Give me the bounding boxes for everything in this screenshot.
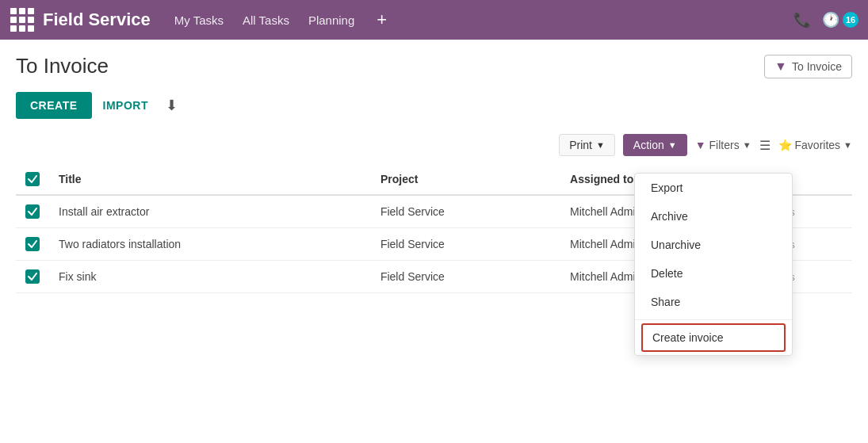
action-arrow-icon: ▼ [668,140,677,150]
row-check-2[interactable] [16,228,49,261]
dropdown-archive[interactable]: Archive [635,202,792,231]
select-all-header[interactable] [16,164,49,195]
group-icon[interactable]: ☰ [759,138,770,153]
top-navigation: Field Service My Tasks All Tasks Plannin… [0,0,868,40]
phone-icon[interactable]: 📞 [793,11,811,29]
notification-badge[interactable]: 16 [843,12,858,28]
page-content: To Invoice ▼ To Invoice CREATE IMPORT ⬇ … [0,40,868,443]
dropdown-share[interactable]: Share [635,288,792,316]
row-title-3[interactable]: Fix sink [49,261,371,293]
funnel-icon: ▼ [774,59,787,74]
star-icon: ⭐ [778,139,792,151]
action-button[interactable]: Action ▼ [623,134,687,156]
print-button[interactable]: Print ▼ [559,134,615,156]
row-project-1: Field Service [371,195,560,228]
dropdown-separator [635,319,792,320]
header-checkbox[interactable] [25,172,40,186]
filters-button[interactable]: ▼ Filters ▼ [695,139,751,151]
nav-right: 📞 🕐 16 [793,11,858,29]
favorites-label: Favorites [795,139,841,151]
page-title-row: To Invoice ▼ To Invoice [16,54,852,78]
download-button[interactable]: ⬇ [159,90,184,121]
action-label: Action [633,139,664,151]
row-title-2[interactable]: Two radiators installation [49,228,371,261]
download-icon: ⬇ [166,97,178,113]
row-check-1[interactable] [16,195,49,228]
filter-badge-label: To Invoice [792,60,842,73]
filters-arrow-icon: ▼ [743,140,751,150]
action-row: Print ▼ Action ▼ ▼ Filters ▼ ☰ ⭐ Favorit… [16,129,852,161]
dropdown-create-invoice[interactable]: Create invoice [641,323,786,352]
timer-icon[interactable]: 🕐 [822,11,839,29]
filters-funnel-icon: ▼ [695,139,706,151]
col-title: Title [49,164,371,195]
dropdown-delete[interactable]: Delete [635,259,792,288]
dropdown-unarchive[interactable]: Unarchive [635,231,792,259]
apps-icon[interactable] [10,7,35,32]
nav-links: My Tasks All Tasks Planning + [174,10,793,30]
filters-label: Filters [709,139,740,151]
col-project: Project [371,164,560,195]
favorites-arrow-icon: ▼ [843,140,852,150]
print-arrow-icon: ▼ [596,140,605,150]
nav-planning[interactable]: Planning [308,13,354,27]
row-project-2: Field Service [371,228,560,261]
row-project-3: Field Service [371,261,560,293]
favorites-button[interactable]: ⭐ Favorites ▼ [778,139,852,151]
toolbar: CREATE IMPORT ⬇ [16,90,852,121]
create-button[interactable]: CREATE [16,92,92,119]
row-check-3[interactable] [16,261,49,293]
nav-all-tasks[interactable]: All Tasks [243,13,289,27]
action-dropdown: Export Archive Unarchive Delete Share Cr… [634,173,793,356]
print-label: Print [569,139,592,151]
row-title-1[interactable]: Install air extractor [49,195,371,228]
import-button[interactable]: IMPORT [92,92,159,119]
filter-badge: ▼ To Invoice [764,55,852,78]
page-title: To Invoice [16,54,109,78]
nav-plus[interactable]: + [377,10,387,30]
app-brand[interactable]: Field Service [43,10,151,30]
nav-my-tasks[interactable]: My Tasks [174,13,224,27]
dropdown-export[interactable]: Export [635,174,792,202]
